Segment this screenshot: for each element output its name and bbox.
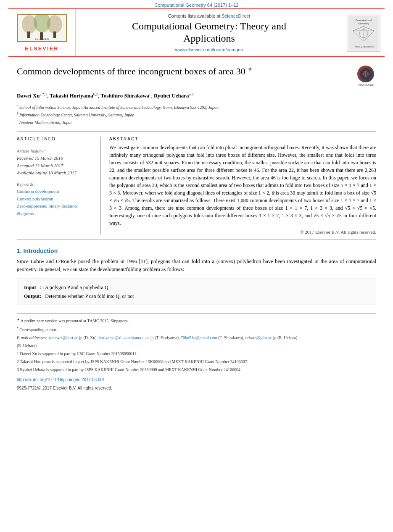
article-history: Article history: Received 15 March 2016 … bbox=[17, 147, 94, 177]
email-xu[interactable]: xudawei@jaist.ac.jp bbox=[48, 335, 82, 340]
algorithm-box: Input : : A polygon P and a polyhedra Q … bbox=[17, 279, 376, 305]
affiliation-c: c Amateur Mathematician, Japan bbox=[17, 119, 376, 126]
doi-link[interactable]: http://dx.doi.org/10.1016/j.comgeo.2017.… bbox=[17, 377, 105, 382]
footnote-3: 3 Ryuhei Uehara is supported in part by … bbox=[17, 366, 376, 373]
crossmark-icon bbox=[357, 66, 374, 82]
keyword-1: Common development bbox=[17, 188, 94, 195]
publisher-logo-area: ELSEVIER ELSEVIER bbox=[8, 9, 76, 56]
footnote-2: 2 Takashi Horiyama is supported in part … bbox=[17, 358, 376, 365]
elsevier-tree-icon: ELSEVIER bbox=[17, 14, 67, 42]
contents-line: Contents lists available at ScienceDirec… bbox=[84, 13, 334, 18]
journal-bar: Computational Geometry 64 (2017) 1–12 bbox=[0, 0, 393, 8]
svg-text:Computational: Computational bbox=[356, 19, 372, 21]
authors-line: Dawei Xua,*,1, Takashi Horiyamab,2, Tosh… bbox=[17, 91, 376, 100]
contents-text: Contents lists available at bbox=[168, 13, 221, 18]
history-label: Article history: bbox=[17, 148, 45, 153]
author-1-name: Dawei Xu bbox=[17, 92, 40, 99]
article-info-column: ARTICLE INFO Article history: Received 1… bbox=[17, 137, 101, 234]
available-date: Available online 18 March 2017 bbox=[17, 170, 76, 175]
algo-output-line: Output: Determine whether P can fold int… bbox=[24, 292, 369, 300]
section-title: Introduction bbox=[24, 248, 58, 254]
footnote-1: 1 Dawei Xu is supported in part by CSC G… bbox=[17, 350, 376, 357]
journal-thumbnail: Computational Geometry Theory & Applicat… bbox=[347, 14, 380, 52]
abstract-text: We investigate common developments that … bbox=[109, 144, 376, 227]
corresponding-text: Corresponding author. bbox=[19, 327, 57, 332]
output-label: Output: bbox=[24, 293, 41, 299]
divider-1 bbox=[17, 131, 376, 132]
input-text: : A polygon P and a polyhedra Q bbox=[42, 284, 108, 290]
svg-point-3 bbox=[47, 15, 62, 34]
journal-cover-icon: Computational Geometry Theory & Applicat… bbox=[349, 16, 378, 50]
svg-text:ELSEVIER: ELSEVIER bbox=[34, 37, 49, 40]
star-note-text: A preliminary version was presented at T… bbox=[21, 319, 129, 324]
algo-input-line: Input : : A polygon P and a polyhedra Q bbox=[24, 283, 369, 292]
affiliations: a School of Information Science, Japan A… bbox=[17, 104, 376, 126]
article-header: Common developments of three incongruent… bbox=[17, 57, 376, 91]
footnote-section: ★ A preliminary version was presented at… bbox=[17, 313, 376, 392]
info-divider bbox=[17, 144, 94, 144]
input-label: Input bbox=[24, 284, 36, 290]
journal-thumbnail-area: Computational Geometry Theory & Applicat… bbox=[343, 9, 385, 56]
received-date: Received 15 March 2016 bbox=[17, 155, 63, 161]
journal-title-area: Contents lists available at ScienceDirec… bbox=[76, 9, 343, 56]
article-title: Common developments of three incongruent… bbox=[17, 66, 347, 78]
crossmark-label: CrossMark bbox=[355, 83, 376, 87]
output-text: Determine whether P can fold into Q, or … bbox=[45, 293, 134, 299]
keywords-section: Keywords: Common development Convex poly… bbox=[17, 182, 94, 217]
author-4-name: Ryuhei Uehara bbox=[154, 92, 189, 99]
svg-text:Theory & Applications: Theory & Applications bbox=[353, 45, 374, 48]
accepted-date: Accepted 13 March 2017 bbox=[17, 163, 63, 168]
crossmark-area: CrossMark bbox=[355, 66, 376, 87]
abstract-paragraph: We investigate common developments that … bbox=[109, 144, 376, 227]
doi-line: http://dx.doi.org/10.1016/j.comgeo.2017.… bbox=[17, 377, 376, 383]
keyword-2: Convex polyhedron bbox=[17, 195, 94, 203]
journal-citation: Computational Geometry 64 (2017) 1–12 bbox=[155, 3, 239, 8]
journal-header: ELSEVIER ELSEVIER Contents lists availab… bbox=[8, 8, 385, 57]
author-1-sup: a,*,1 bbox=[40, 92, 47, 96]
author-3-name: Toshihiro Shirakawa bbox=[100, 92, 149, 99]
abstract-label: ABSTRACT bbox=[109, 137, 376, 141]
crossmark-svg bbox=[359, 68, 372, 80]
email-label: E-mail addresses: bbox=[17, 335, 47, 340]
journal-name: Computational Geometry: Theory andApplic… bbox=[84, 20, 334, 45]
main-content: Common developments of three incongruent… bbox=[0, 57, 393, 392]
author-2-sup: b,2 bbox=[93, 92, 98, 96]
affiliation-b: b Information Technology Center, Saitama… bbox=[17, 111, 376, 118]
footnote-note-r: (R. Uehara). bbox=[17, 342, 376, 349]
email-uehara[interactable]: uehara@jaist.ac.jp bbox=[245, 335, 276, 340]
email-shirakawa[interactable]: 70ku51n@gmail.com bbox=[181, 335, 217, 340]
star-footnote: ★ bbox=[248, 66, 253, 72]
abstract-column: ABSTRACT We investigate common developme… bbox=[109, 137, 376, 234]
author-3-sup: c bbox=[149, 92, 151, 96]
keyword-3: Zero-suppressed binary decision diagrams bbox=[17, 203, 94, 217]
issn-line: 0925-7721/© 2017 Elsevier B.V. All right… bbox=[17, 385, 376, 392]
email-line: E-mail addresses: xudawei@jaist.ac.jp (D… bbox=[17, 334, 376, 341]
email-horiyama[interactable]: horiyama@al.ics.saitama-u.ac.jp bbox=[99, 335, 154, 340]
section-number: 1. bbox=[17, 248, 24, 254]
article-title-block: Common developments of three incongruent… bbox=[17, 66, 347, 78]
corresponding-note: * Corresponding author. bbox=[17, 326, 376, 333]
sciencedirect-link[interactable]: ScienceDirect bbox=[222, 13, 250, 18]
article-info-label: ARTICLE INFO bbox=[17, 137, 94, 141]
svg-rect-6 bbox=[53, 32, 56, 38]
author-4-sup: a,3 bbox=[189, 92, 194, 96]
keywords-label: Keywords: bbox=[17, 182, 94, 187]
divider-2 bbox=[17, 240, 376, 240]
author-2-name: Takashi Horiyama bbox=[50, 92, 93, 99]
star-footnote-line: ★ A preliminary version was presented at… bbox=[17, 317, 376, 324]
affiliation-a: a School of Information Science, Japan A… bbox=[17, 104, 376, 111]
journal-url[interactable]: www.elsevier.com/locate/comgeo bbox=[84, 47, 334, 52]
intro-paragraph-1: Since Lubiw and O'Rourke posed the probl… bbox=[17, 258, 376, 274]
elsevier-logo: ELSEVIER ELSEVIER bbox=[17, 14, 67, 52]
article-info-abstract: ARTICLE INFO Article history: Received 1… bbox=[17, 137, 376, 234]
svg-rect-5 bbox=[27, 32, 30, 38]
introduction-heading: 1. Introduction bbox=[17, 248, 376, 254]
copyright: © 2017 Elsevier B.V. All rights reserved… bbox=[109, 229, 376, 234]
elsevier-brand: ELSEVIER bbox=[17, 45, 67, 52]
svg-text:Geometry: Geometry bbox=[358, 22, 369, 25]
